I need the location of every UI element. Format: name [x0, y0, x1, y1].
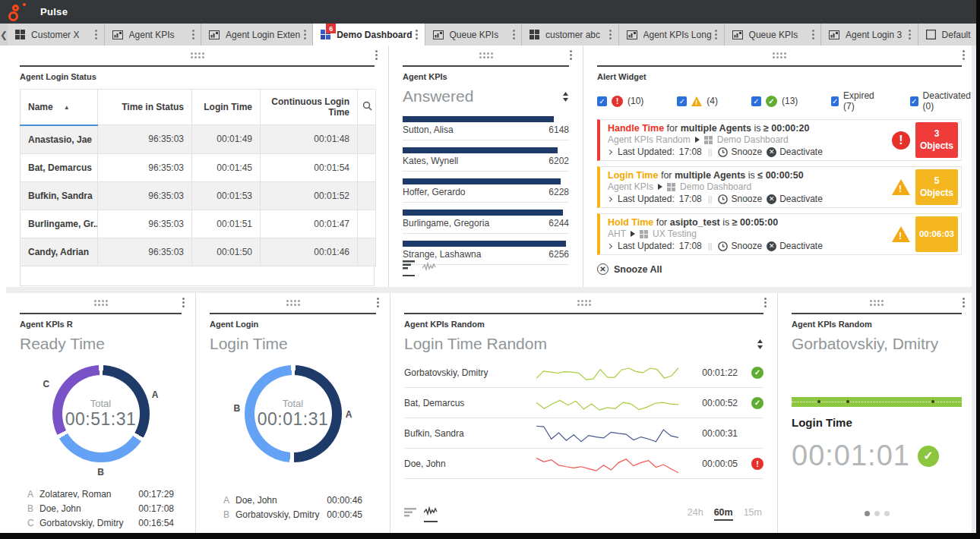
widget-menu-icon[interactable]: [959, 50, 968, 60]
table-row[interactable]: Bat, Demarcus96:35:0300:01:4500:01:54: [21, 153, 376, 181]
screen-edge: [976, 0, 980, 539]
filter-critical[interactable]: ✓!(10): [597, 96, 643, 107]
tab-menu-icon[interactable]: [906, 30, 915, 39]
tab-menu-icon[interactable]: [509, 30, 518, 39]
widget-menu-icon[interactable]: [566, 50, 575, 60]
expand-chevron-icon[interactable]: [607, 196, 612, 201]
clock-icon: [718, 194, 728, 204]
arrow-right-icon: [631, 231, 635, 237]
tab-agent-login-exten[interactable]: Agent Login Exten: [201, 24, 313, 46]
drag-handle[interactable]: [577, 300, 591, 306]
tab-menu-icon[interactable]: [606, 30, 615, 39]
table-search-icon[interactable]: [358, 90, 376, 125]
alert-objects-badge[interactable]: 3Objects: [915, 122, 958, 158]
alert-context[interactable]: Demo Dashboard: [680, 181, 751, 192]
alert-context[interactable]: UX Testing: [653, 229, 697, 239]
checkbox-checked-icon: ✓: [831, 96, 839, 106]
tab-menu-icon[interactable]: [300, 30, 309, 39]
sparkline-view-icon[interactable]: [424, 505, 438, 522]
range-60m[interactable]: 60m: [714, 507, 733, 521]
deactivate-button[interactable]: ✕Deactivate: [767, 241, 823, 251]
tab-menu-icon[interactable]: [188, 30, 198, 39]
drag-handle[interactable]: [773, 52, 786, 58]
chart-widget-icon: [829, 30, 839, 39]
alert-context[interactable]: Demo Dashboard: [717, 134, 789, 145]
widget-login-time-random: Agent KPIs Random Login Time Random Gorb…: [390, 293, 778, 533]
sparkline-row[interactable]: Bat, Demarcus 00:00:52 ✓: [404, 388, 763, 418]
snooze-button[interactable]: Snooze: [718, 147, 762, 157]
gauge-marker: [846, 400, 849, 403]
tab-agent-login-3[interactable]: Agent Login 3: [821, 24, 918, 46]
alert-value-badge[interactable]: 00:06:03: [915, 216, 958, 252]
deactivate-button[interactable]: ✕Deactivate: [767, 147, 823, 157]
bar-view-icon[interactable]: [403, 259, 415, 276]
tab-menu-icon[interactable]: [413, 30, 422, 39]
chart-widget-icon: [209, 30, 220, 39]
snooze-button[interactable]: Snooze: [718, 241, 762, 251]
tab-queue-kpis[interactable]: Queue KPIs: [425, 24, 523, 46]
drag-handle[interactable]: [870, 300, 884, 306]
page-dot[interactable]: [874, 511, 880, 516]
range-24h[interactable]: 24h: [688, 507, 703, 521]
table-row[interactable]: Bufkin, Sandra96:35:0300:01:5300:01:52: [21, 181, 376, 210]
tab-demo-dashboard[interactable]: 6 Demo Dashboard: [313, 24, 425, 46]
widget-title: Alert Widget: [583, 67, 975, 81]
sparkline-chart: [536, 361, 678, 384]
tab-agent-kpis[interactable]: Agent KPIs: [105, 24, 202, 46]
expand-chevron-icon[interactable]: [607, 243, 612, 248]
tab-customer-x[interactable]: Customer X: [8, 24, 105, 46]
sparkline-row[interactable]: Doe, John 00:00:05 !: [404, 449, 763, 479]
widget-menu-icon[interactable]: [760, 298, 770, 307]
page-dot[interactable]: [865, 511, 870, 516]
alert-source[interactable]: AHT: [608, 229, 626, 239]
metric-title: Login Time Random: [404, 335, 547, 353]
snooze-button[interactable]: Snooze: [718, 194, 762, 204]
sort-toggle-icon[interactable]: [757, 335, 763, 353]
sort-toggle-icon[interactable]: [562, 87, 569, 106]
sparkline-row[interactable]: Gorbatovskiy, Dmitry 00:01:22 ✓: [404, 358, 763, 388]
widget-ready-time: Agent KPIs R Ready Time Total00:51:31 A …: [6, 293, 196, 533]
widget-menu-icon[interactable]: [371, 50, 381, 60]
tab-menu-icon[interactable]: [808, 30, 817, 39]
column-header-time-in-status[interactable]: Time in Status: [98, 90, 192, 125]
page-dot[interactable]: [884, 511, 890, 516]
drag-handle[interactable]: [286, 300, 300, 306]
drag-handle[interactable]: [479, 52, 493, 58]
range-15m[interactable]: 15m: [744, 507, 762, 521]
table-row[interactable]: Anastasio, Jae96:35:0300:01:4900:01:48: [21, 125, 376, 154]
alert-objects-badge[interactable]: 5Objects: [915, 169, 958, 205]
column-header-continuous-login-time[interactable]: Continuous Login Time: [261, 90, 358, 125]
tab-default[interactable]: Default: [918, 24, 980, 46]
filter-warning[interactable]: ✓!(4): [677, 96, 718, 106]
tab-menu-icon[interactable]: [92, 30, 101, 39]
tab-menu-icon[interactable]: [712, 30, 721, 39]
alert-source[interactable]: Agent KPIs: [608, 181, 653, 192]
widget-menu-icon[interactable]: [959, 298, 968, 307]
filter-deactivated[interactable]: ✓Deactivated (0): [910, 90, 972, 112]
alert-source[interactable]: Agent KPIs Random: [608, 134, 691, 145]
segment-label: A: [152, 389, 159, 400]
genesys-logo-icon: [7, 3, 27, 21]
drag-handle[interactable]: [191, 52, 204, 58]
column-header-login-time[interactable]: Login Time: [192, 90, 261, 125]
table-row[interactable]: Candy, Adrian96:35:0300:01:5000:01:46: [21, 238, 376, 266]
deactivate-button[interactable]: ✕Deactivate: [767, 194, 823, 204]
expand-chevron-icon[interactable]: [607, 149, 612, 154]
widget-title: Agent Login: [196, 314, 390, 329]
filter-expired[interactable]: ✓Expired (7): [831, 90, 877, 112]
column-header-name[interactable]: Name▲: [21, 90, 98, 125]
sparkline-row[interactable]: Bufkin, Sandra 00:00:31: [404, 418, 763, 449]
widget-menu-icon[interactable]: [373, 298, 382, 307]
table-row[interactable]: Burlingame, Gr...96:35:0300:01:5100:01:4…: [21, 210, 376, 238]
sparkline-list: Gorbatovskiy, Dmitry 00:01:22 ✓ Bat, Dem…: [404, 358, 763, 479]
tab-agent-kpis-long[interactable]: Agent KPIs Long: [619, 24, 725, 46]
tab-customer-abc[interactable]: customer abc: [522, 24, 619, 46]
filter-ok[interactable]: ✓✓(13): [751, 96, 798, 107]
tab-scroll-left-icon[interactable]: ❮: [0, 24, 8, 46]
tab-queue-kpis-2[interactable]: Queue KPIs: [725, 24, 822, 46]
bar-view-icon[interactable]: [404, 506, 416, 522]
drag-handle[interactable]: [94, 300, 108, 306]
snooze-all-button[interactable]: ✕Snooze All: [583, 260, 975, 278]
sparkline-view-icon[interactable]: [422, 260, 436, 276]
widget-menu-icon[interactable]: [179, 298, 188, 307]
